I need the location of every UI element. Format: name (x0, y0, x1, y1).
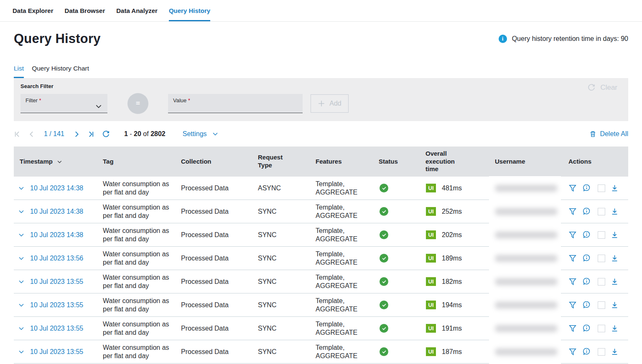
nav-item-data-analyzer[interactable]: Data Analyzer (116, 0, 158, 21)
download-icon[interactable] (611, 301, 619, 309)
download-icon[interactable] (611, 254, 619, 262)
nav-item-data-explorer[interactable]: Data Explorer (13, 0, 54, 21)
expand-row-chevron-icon[interactable] (14, 278, 27, 285)
clear-filter-button[interactable]: Clear (587, 83, 617, 92)
row-execution-time: UI 191ms (420, 324, 489, 333)
info-balloon-icon[interactable] (582, 254, 591, 263)
first-page-icon[interactable] (14, 131, 21, 138)
success-check-icon (380, 207, 388, 216)
nav-item-data-browser[interactable]: Data Browser (65, 0, 105, 21)
row-timestamp-link[interactable]: 10 Jul 2023 13:55 (27, 278, 97, 286)
row-request-type: SYNC (252, 207, 310, 216)
row-timestamp-link[interactable]: 10 Jul 2023 13:55 (27, 324, 97, 333)
row-status (373, 277, 420, 286)
row-username-redacted (489, 340, 563, 363)
page-indicator: 1 / 141 (44, 130, 64, 138)
column-header-request-type: Request Type (252, 154, 310, 169)
filter-funnel-icon[interactable] (568, 278, 577, 286)
list-toolbar: 1 / 141 1 - 20 of 2802 Settings (14, 126, 628, 142)
row-tag: Water consumption as per flat and day (97, 250, 175, 266)
page-content: Query History i Query history retention … (0, 31, 642, 364)
previous-page-icon[interactable] (28, 131, 35, 138)
row-select-checkbox[interactable] (598, 325, 605, 332)
row-timestamp-link[interactable]: 10 Jul 2023 13:55 (27, 301, 97, 309)
info-balloon-icon[interactable] (582, 230, 591, 239)
download-icon[interactable] (611, 207, 619, 215)
query-history-table: Timestamp Tag Collection Request Type Fe… (14, 147, 628, 364)
required-marker: * (39, 97, 41, 104)
row-select-checkbox[interactable] (598, 185, 605, 192)
download-icon[interactable] (611, 348, 619, 356)
download-icon[interactable] (611, 324, 619, 332)
row-actions (563, 254, 628, 263)
row-select-checkbox[interactable] (598, 278, 605, 286)
success-check-icon (380, 324, 388, 333)
filter-select[interactable]: Filter * (20, 94, 107, 113)
nav-item-query-history[interactable]: Query History (169, 0, 210, 21)
table-row: 10 Jul 2023 13:55 Water consumption as p… (14, 270, 628, 293)
info-balloon-icon[interactable] (582, 347, 591, 356)
value-input[interactable]: Value * (168, 94, 303, 113)
filter-funnel-icon[interactable] (568, 231, 577, 239)
expand-row-chevron-icon[interactable] (14, 232, 27, 238)
success-check-icon (380, 254, 388, 263)
expand-row-chevron-icon[interactable] (14, 325, 27, 332)
row-actions (563, 184, 628, 192)
row-timestamp-link[interactable]: 10 Jul 2023 13:56 (27, 254, 97, 263)
row-actions (563, 207, 628, 216)
row-request-type: SYNC (252, 301, 310, 309)
download-icon[interactable] (611, 278, 619, 286)
row-collection: Processed Data (175, 301, 252, 309)
download-icon[interactable] (611, 184, 619, 192)
column-header-tag: Tag (97, 158, 175, 166)
expand-row-chevron-icon[interactable] (14, 255, 27, 262)
info-balloon-icon[interactable] (582, 301, 591, 309)
refresh-icon[interactable] (102, 130, 110, 139)
tab-query-history-chart[interactable]: Query History Chart (32, 65, 89, 78)
info-balloon-icon[interactable] (582, 184, 591, 192)
row-select-checkbox[interactable] (598, 208, 605, 215)
row-status (373, 254, 420, 263)
row-collection: Processed Data (175, 324, 252, 333)
filter-funnel-icon[interactable] (568, 184, 577, 192)
execution-time-value: 202ms (442, 231, 462, 239)
expand-row-chevron-icon[interactable] (14, 185, 27, 192)
filter-funnel-icon[interactable] (568, 254, 577, 263)
success-check-icon (380, 230, 388, 239)
filter-funnel-icon[interactable] (568, 324, 577, 333)
expand-row-chevron-icon[interactable] (14, 349, 27, 355)
column-header-status: Status (373, 158, 420, 166)
row-timestamp-link[interactable]: 10 Jul 2023 14:38 (27, 231, 97, 239)
row-tag: Water consumption as per flat and day (97, 227, 175, 243)
info-balloon-icon[interactable] (582, 277, 591, 286)
last-page-icon[interactable] (87, 131, 94, 138)
column-header-timestamp[interactable]: Timestamp (14, 158, 97, 166)
row-timestamp-link[interactable]: 10 Jul 2023 14:38 (27, 184, 97, 192)
tab-list[interactable]: List (14, 65, 24, 78)
row-actions (563, 230, 628, 239)
column-header-actions: Actions (563, 158, 628, 166)
info-balloon-icon[interactable] (582, 324, 591, 333)
add-filter-button[interactable]: Add (311, 94, 349, 113)
row-select-checkbox[interactable] (598, 231, 605, 239)
row-request-type: SYNC (252, 324, 310, 333)
next-page-icon[interactable] (73, 131, 80, 138)
expand-row-chevron-icon[interactable] (14, 208, 27, 215)
row-tag: Water consumption as per flat and day (97, 203, 175, 220)
filter-funnel-icon[interactable] (568, 207, 577, 216)
row-select-checkbox[interactable] (598, 255, 605, 262)
filter-select-label: Filter * (25, 97, 41, 104)
row-timestamp-link[interactable]: 10 Jul 2023 14:38 (27, 207, 97, 216)
expand-row-chevron-icon[interactable] (14, 302, 27, 308)
download-icon[interactable] (611, 231, 619, 239)
delete-all-button[interactable]: Delete All (589, 130, 628, 138)
row-select-checkbox[interactable] (598, 348, 605, 356)
filter-funnel-icon[interactable] (568, 301, 577, 309)
row-timestamp-link[interactable]: 10 Jul 2023 13:55 (27, 348, 97, 356)
row-request-type: SYNC (252, 231, 310, 239)
info-balloon-icon[interactable] (582, 207, 591, 216)
settings-dropdown[interactable]: Settings (183, 130, 219, 138)
execution-time-value: 191ms (442, 325, 462, 332)
filter-funnel-icon[interactable] (568, 348, 577, 356)
row-select-checkbox[interactable] (598, 301, 605, 309)
